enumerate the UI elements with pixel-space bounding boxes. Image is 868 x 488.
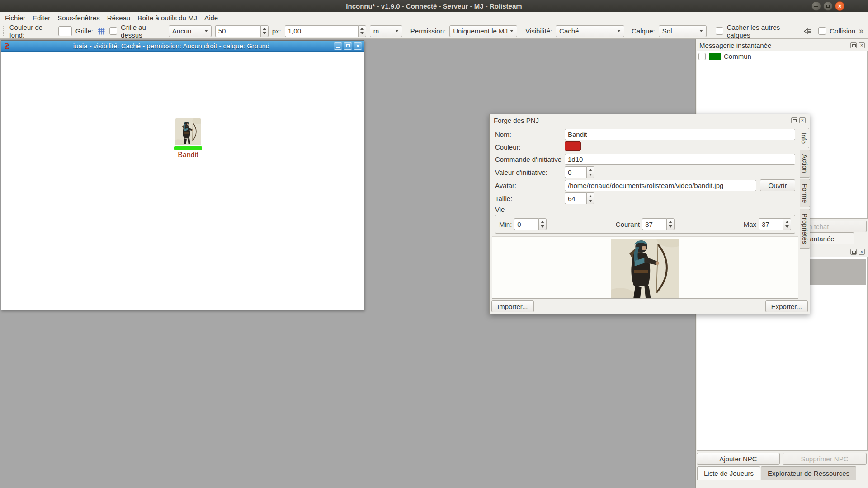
chevron-down-icon [395,30,399,32]
collision-label: Collision [830,27,855,35]
open-button[interactable]: Ouvrir [760,179,795,191]
background-color-label: Couleur de fond: [9,23,55,39]
min-spinner[interactable] [514,218,547,230]
menu-item-sous-fenetres[interactable]: Sous-fenêtres [54,13,103,23]
scale-spinner[interactable] [285,25,366,37]
collision-checkbox[interactable] [818,27,826,35]
dialog-tab-action[interactable]: Action [800,150,810,178]
grid-icon[interactable] [97,27,106,36]
player-undock-button[interactable] [850,249,857,255]
max-spinner[interactable] [759,218,791,230]
layer-select[interactable]: Sol [659,25,707,37]
remove-npc-button[interactable]: Supprimer NPC [783,453,867,465]
menu-item-fichier[interactable]: Fichier [1,13,29,23]
minimize-button[interactable] [811,1,821,11]
spinner-buttons [538,218,547,230]
im-close-button[interactable]: × [859,42,865,48]
unit-select[interactable]: m [370,25,402,37]
map-canvas[interactable]: Bandit [1,52,364,310]
grid-size-input[interactable] [215,25,260,37]
dialog-titlebar[interactable]: Forge des PNJ × [490,114,810,126]
spin-up-button[interactable] [539,219,546,224]
menu-item-boite-a-outils-du-mj[interactable]: Boîte à outils du MJ [134,13,201,23]
npc-color-button[interactable] [565,141,581,151]
dialog-tab-info[interactable]: Info [799,128,809,148]
permission-select[interactable]: Uniquement le MJ [449,25,517,37]
spin-up-button[interactable] [783,219,791,224]
spin-down-button[interactable] [667,224,674,230]
channel-row[interactable]: Commun [697,51,867,61]
close-icon: × [838,3,842,9]
player-close-button[interactable]: × [859,249,865,255]
toolbar-overflow-chevron[interactable]: » [859,26,863,36]
npc-token[interactable]: Bandit [174,118,202,159]
dialog-tab-proprietes[interactable]: Propriétés [800,209,810,249]
dialog-close-button[interactable]: × [799,117,806,123]
layer-value: Sol [662,27,672,35]
avatar-preview-image [611,239,679,298]
npc-forge-dialog[interactable]: Forge des PNJ × Nom: Couleur: Commande d… [489,114,810,314]
menu-item-aide[interactable]: Aide [201,13,222,23]
dialog-tab-forme[interactable]: Forme [800,179,810,207]
toolbar-drag-handle[interactable] [3,26,4,36]
im-undock-button[interactable] [850,42,857,48]
permission-label: Permission: [410,27,446,35]
size-spinner[interactable] [565,192,594,204]
size-input[interactable] [565,192,586,204]
spin-up-button[interactable] [359,26,366,31]
titlebar[interactable]: Inconnu* - v1.9.0 - Connecté - Serveur -… [0,0,868,12]
maximize-button[interactable] [823,1,833,11]
init-value-input[interactable] [565,166,586,178]
add-npc-button[interactable]: Ajouter NPC [697,453,780,465]
chevron-down-icon [204,30,208,32]
name-field[interactable] [565,129,795,140]
channel-checkbox[interactable] [698,53,706,60]
tab-explorateur-de-ressources[interactable]: Explorateur de Ressources [761,466,856,480]
export-button[interactable]: Exporter... [765,300,808,312]
init-value-spinner[interactable] [565,166,594,178]
avatar-path-field[interactable] [565,180,756,191]
spin-down-button[interactable] [783,224,791,230]
dialog-body: Nom: Couleur: Commande d'initiative Vale… [492,127,798,299]
spin-up-button[interactable] [587,167,594,172]
current-input[interactable] [642,218,666,230]
spin-up-button[interactable] [261,26,268,31]
spin-down-button[interactable] [587,172,594,178]
map-close-button[interactable]: × [354,42,362,50]
map-titlebar[interactable]: iuaia - visibilité: Caché - permission: … [1,41,364,52]
min-input[interactable] [514,218,538,230]
dialog-title: Forge des PNJ [494,117,789,124]
name-label: Nom: [495,131,563,138]
tab-liste-de-joueurs[interactable]: Liste de Joueurs [697,466,760,480]
scale-input[interactable] [285,25,358,37]
current-spinner[interactable] [642,218,675,230]
spin-down-button[interactable] [261,31,268,37]
hide-other-layers-checkbox[interactable] [716,27,723,35]
quill-icon[interactable] [803,27,813,35]
spin-up-button[interactable] [667,219,674,224]
grid-pattern-select[interactable]: Aucun [169,25,212,37]
channel-color-swatch [709,53,721,60]
spin-down-button[interactable] [587,198,594,204]
spin-up-button[interactable] [587,193,594,198]
init-command-field[interactable] [565,154,795,165]
map-maximize-button[interactable] [344,42,352,50]
import-button[interactable]: Importer... [491,300,534,312]
grid-size-spinner[interactable] [215,25,269,37]
menu-item-reseau[interactable]: Réseau [104,13,134,23]
map-minimize-button[interactable] [334,42,342,50]
background-color-swatch[interactable] [58,26,72,36]
avatar-label: Avatar: [495,182,563,189]
visibility-select[interactable]: Caché [556,25,624,37]
hide-other-layers-label: Cacher les autres calques [727,23,798,39]
close-button[interactable]: × [835,1,844,11]
map-window[interactable]: iuaia - visibilité: Caché - permission: … [1,40,364,310]
dialog-undock-button[interactable] [791,117,797,123]
max-input[interactable] [759,218,783,230]
chevron-down-icon [510,30,514,32]
im-panel-header[interactable]: Messagerie instantanée × [696,40,868,51]
grid-above-checkbox[interactable] [109,27,117,35]
menu-item-editer[interactable]: Editer [29,13,54,23]
spin-down-button[interactable] [359,31,366,37]
spin-down-button[interactable] [539,224,546,230]
